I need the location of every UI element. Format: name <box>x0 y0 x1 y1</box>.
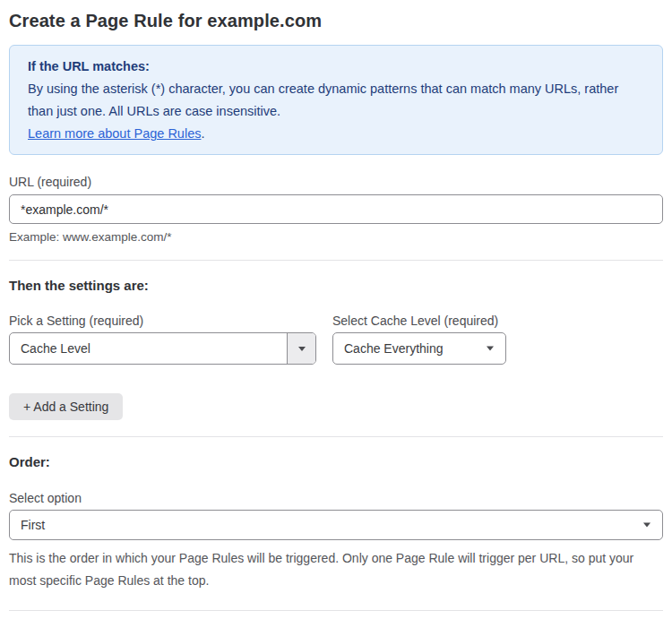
chevron-down-icon <box>643 523 650 528</box>
divider <box>9 260 663 261</box>
info-box-heading: If the URL matches: <box>28 56 644 78</box>
order-select-label: Select option <box>9 491 663 505</box>
setting-select-column: Pick a Setting (required) Cache Level <box>9 293 316 365</box>
order-helper-text: This is the order in which your Page Rul… <box>9 547 654 592</box>
cache-level-select[interactable]: Cache Everything <box>332 332 506 365</box>
url-input[interactable] <box>9 194 663 224</box>
url-field-label: URL (required) <box>9 175 663 189</box>
setting-select-arrow-button[interactable] <box>287 333 315 364</box>
add-setting-button[interactable]: + Add a Setting <box>9 393 123 420</box>
url-field-helper: Example: www.example.com/* <box>9 230 663 244</box>
divider <box>9 610 663 611</box>
order-select[interactable]: First <box>9 510 663 540</box>
setting-select-label: Pick a Setting (required) <box>9 314 316 328</box>
divider <box>9 436 663 437</box>
setting-select[interactable]: Cache Level <box>9 332 316 365</box>
cache-level-select-column: Select Cache Level (required) Cache Ever… <box>332 293 506 365</box>
page-title: Create a Page Rule for example.com <box>9 9 663 31</box>
chevron-down-icon <box>298 347 306 351</box>
setting-select-value: Cache Level <box>10 341 287 356</box>
cache-level-select-label: Select Cache Level (required) <box>332 314 506 328</box>
order-select-value: First <box>10 518 662 532</box>
cache-level-select-value: Cache Everything <box>333 341 505 356</box>
link-suffix: . <box>201 126 204 141</box>
url-match-info-box: If the URL matches: By using the asteris… <box>9 45 663 155</box>
learn-more-link[interactable]: Learn more about Page Rules <box>28 126 201 141</box>
info-box-body: By using the asterisk (*) character, you… <box>28 78 644 123</box>
chevron-down-icon <box>487 347 494 351</box>
page-rule-form: Create a Page Rule for example.com If th… <box>0 0 672 619</box>
info-box-link-line: Learn more about Page Rules. <box>28 123 644 145</box>
settings-section-heading: Then the settings are: <box>9 278 663 293</box>
order-section-heading: Order: <box>9 454 663 469</box>
settings-row: Pick a Setting (required) Cache Level Se… <box>9 293 663 365</box>
